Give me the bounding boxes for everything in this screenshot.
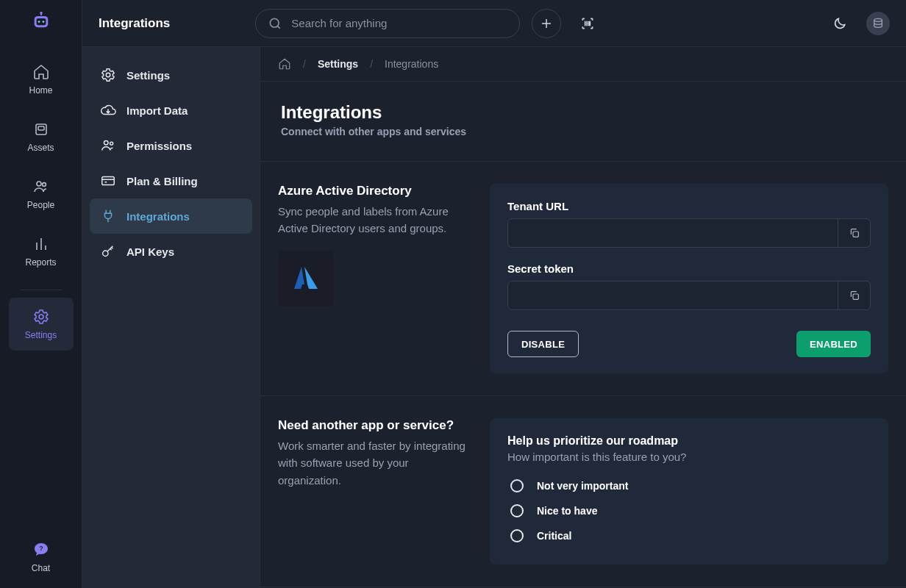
page-head: Integrations Connect with other apps and…: [260, 82, 906, 162]
section-azure: Azure Active Directory Sync people and l…: [260, 162, 906, 396]
tenant-input[interactable]: [508, 219, 838, 247]
scan-button[interactable]: [573, 9, 602, 38]
rail-label: People: [27, 200, 54, 210]
breadcrumb-current: Integrations: [385, 58, 438, 70]
radio-nice[interactable]: Nice to have: [507, 498, 871, 523]
secret-input[interactable]: [508, 282, 838, 309]
breadcrumb-sep: /: [303, 58, 306, 70]
radio-icon: [510, 529, 524, 542]
sidebar-item-label: Plan & Billing: [126, 175, 198, 187]
svg-rect-17: [102, 177, 115, 185]
svg-point-14: [106, 73, 110, 77]
svg-rect-7: [38, 126, 44, 130]
settings-sidebar: Settings Import Data Permissions Plan & …: [82, 47, 260, 588]
svg-point-13: [874, 18, 882, 21]
svg-text:?: ?: [39, 545, 43, 552]
radio-icon: [510, 504, 524, 517]
svg-rect-1: [36, 18, 46, 25]
svg-point-10: [39, 315, 43, 319]
chat-icon: ?: [32, 541, 50, 559]
radio-label: Not very important: [537, 480, 628, 492]
copy-tenant-button[interactable]: [838, 219, 870, 247]
radio-label: Critical: [537, 530, 571, 542]
header: Integrations: [82, 0, 906, 47]
svg-point-16: [110, 142, 113, 145]
avatar[interactable]: [866, 12, 890, 35]
svg-rect-19: [853, 232, 858, 237]
key-icon: [100, 243, 116, 259]
sidebar-item-permissions[interactable]: Permissions: [90, 128, 252, 163]
radio-label: Nice to have: [537, 505, 597, 517]
svg-point-18: [103, 251, 108, 256]
reports-icon: [32, 235, 50, 253]
rail-item-reports[interactable]: Reports: [9, 225, 74, 278]
sidebar-item-integrations[interactable]: Integrations: [90, 198, 252, 234]
radio-not-important[interactable]: Not very important: [507, 473, 871, 498]
tenant-field: [507, 218, 871, 248]
radio-icon: [510, 479, 524, 492]
rail-label: Settings: [25, 330, 57, 340]
roadmap-question: How important is this feature to you?: [507, 451, 871, 463]
sidebar-item-settings[interactable]: Settings: [90, 57, 252, 93]
azure-icon: [288, 261, 324, 296]
people-icon: [100, 137, 116, 154]
radio-critical[interactable]: Critical: [507, 523, 871, 548]
search-box[interactable]: [255, 9, 520, 38]
sidebar-item-billing[interactable]: Plan & Billing: [90, 163, 252, 198]
section-desc: Sync people and labels from Azure Active…: [278, 203, 472, 237]
svg-point-5: [40, 12, 42, 14]
section-title: Need another app or service?: [278, 418, 472, 433]
home-icon[interactable]: [278, 57, 291, 71]
search-input[interactable]: [291, 17, 507, 29]
sidebar-item-label: API Keys: [126, 245, 174, 258]
breadcrumb-link[interactable]: Settings: [318, 58, 358, 70]
azure-logo: [278, 251, 334, 306]
svg-point-2: [38, 21, 40, 23]
rail-label: Reports: [25, 257, 56, 268]
svg-rect-6: [36, 124, 46, 135]
sidebar-item-label: Settings: [126, 69, 170, 82]
rail-label: Assets: [27, 143, 54, 153]
page-title-small: Integrations: [99, 16, 170, 31]
database-icon: [872, 18, 884, 29]
rail-item-assets[interactable]: Assets: [9, 110, 74, 163]
rail-nav: Home Assets People Reports Settings ? Ch…: [0, 0, 82, 588]
copy-icon: [849, 290, 860, 301]
rail-item-home[interactable]: Home: [9, 53, 74, 106]
section-desc: Work smarter and faster by integrating w…: [278, 437, 472, 489]
card-icon: [100, 173, 116, 189]
rail-item-settings[interactable]: Settings: [9, 298, 74, 351]
copy-secret-button[interactable]: [838, 282, 870, 309]
sidebar-item-label: Integrations: [126, 210, 190, 223]
sidebar-item-apikeys[interactable]: API Keys: [90, 234, 252, 269]
svg-point-9: [42, 183, 46, 187]
theme-button[interactable]: [825, 9, 855, 38]
divider: [21, 290, 62, 290]
secret-label: Secret token: [507, 262, 871, 275]
enabled-badge: ENABLED: [796, 331, 871, 357]
page: / Settings / Integrations Integrations C…: [260, 47, 906, 588]
rail-label: Home: [29, 85, 52, 96]
section-request: Need another app or service? Work smarte…: [260, 396, 906, 587]
gear-icon: [100, 67, 116, 83]
moon-icon: [832, 16, 847, 31]
add-button[interactable]: [532, 9, 561, 38]
breadcrumb: / Settings / Integrations: [260, 47, 906, 82]
section-title: Azure Active Directory: [278, 184, 472, 198]
plus-icon: [540, 17, 553, 30]
disable-button[interactable]: DISABLE: [507, 331, 579, 357]
roadmap-panel: Help us prioritize our roadmap How impor…: [490, 418, 888, 564]
assets-icon: [32, 121, 50, 138]
roadmap-title: Help us prioritize our roadmap: [507, 434, 871, 448]
svg-point-15: [104, 141, 109, 146]
sidebar-item-import[interactable]: Import Data: [90, 93, 252, 128]
barcode-icon: [580, 16, 595, 31]
rail-item-chat[interactable]: ? Chat: [9, 531, 74, 584]
rail-label: Chat: [32, 563, 50, 573]
app-logo[interactable]: [30, 10, 52, 32]
rail-item-people[interactable]: People: [9, 168, 74, 220]
cloud-down-icon: [100, 102, 116, 118]
svg-point-8: [37, 182, 41, 186]
secret-field: [507, 281, 871, 310]
search-icon: [268, 16, 282, 31]
